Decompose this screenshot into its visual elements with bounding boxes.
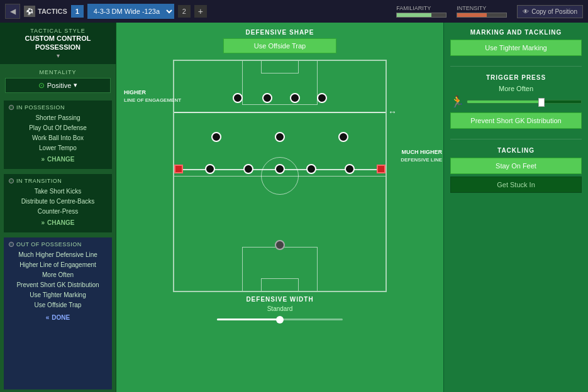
player-dot <box>338 132 348 142</box>
list-item: More Often <box>9 270 107 280</box>
player-dot <box>233 93 243 103</box>
tab-1[interactable]: 1 <box>71 5 84 18</box>
intensity-bar <box>457 13 507 18</box>
stay-on-feet-button[interactable]: Stay On Feet <box>450 158 582 174</box>
marking-tackling-title: MARKING AND TACKLING <box>450 29 582 36</box>
list-item: Much Higher Defensive Line <box>9 250 107 260</box>
top-goal-area <box>261 61 299 74</box>
player-dot <box>345 164 355 174</box>
tactical-style-small-label: TACTICAL STYLE <box>30 28 86 34</box>
tighter-marking-button[interactable]: Use Tighter Marking <box>450 40 582 56</box>
mentality-dropdown[interactable]: ⊙ Positive ▾ <box>5 78 111 93</box>
tactical-style-header[interactable]: TACTICAL STYLE CUSTOM CONTROL POSSESSION… <box>0 23 116 64</box>
intensity-label: INTENSITY <box>457 5 486 11</box>
in-possession-title: ○ IN POSSESSION <box>9 104 107 111</box>
player-dot <box>275 132 285 142</box>
in-transition-dot: ○ <box>9 178 14 183</box>
list-item: Play Out Of Defense <box>9 123 107 133</box>
runner-icon: 🏃 <box>450 95 464 109</box>
list-item: Use Offside Trap <box>9 300 107 310</box>
sidebar: TACTICAL STYLE CUSTOM CONTROL POSSESSION… <box>0 23 116 392</box>
double-chevron-icon: » <box>42 156 45 163</box>
back-button[interactable]: ◀ <box>5 4 20 19</box>
in-possession-label: IN POSSESSION <box>16 104 65 111</box>
out-of-possession-title: ○ OUT OF POSSESSION <box>9 241 107 248</box>
in-transition-section: ○ IN TRANSITION Take Short Kicks Distrib… <box>4 174 112 232</box>
eye-icon: 👁 <box>523 8 529 15</box>
tactical-style-main-label: CUSTOM CONTROL POSSESSION <box>5 34 111 52</box>
trigger-fill <box>467 101 541 103</box>
copy-position-button[interactable]: 👁 Copy of Position <box>517 5 583 18</box>
line-of-engagement: ↔ <box>174 112 386 113</box>
prevent-distribution-button[interactable]: Prevent Short GK Distribution <box>450 112 582 129</box>
defensive-width-value: Standard <box>173 305 387 312</box>
pitch: ↔ Higher LINE OF ENGAGEMENT Much Higher … <box>173 60 387 292</box>
trigger-thumb[interactable] <box>538 98 545 107</box>
defensive-shape-title: DEFENSIVE SHAPE <box>223 29 336 36</box>
mentality-value: Positive <box>47 82 72 89</box>
engagement-label-text: Higher <box>124 89 181 97</box>
defensive-width-section: DEFENSIVE WIDTH Standard <box>173 292 387 324</box>
defensive-line-label: Much Higher DEFENSIVE LINE <box>401 148 442 163</box>
offside-trap-button[interactable]: Use Offside Trap <box>223 38 336 53</box>
top-bar-left: ◀ ⚽ TACTICS 1 4-3-3 DM Wide -123a 2 + <box>5 4 207 19</box>
defensive-width-slider[interactable] <box>173 315 387 324</box>
get-stuck-in-button[interactable]: Get Stuck In <box>450 177 582 193</box>
in-possession-section: ○ IN POSSESSION Shorter Passing Play Out… <box>4 101 112 169</box>
in-possession-change-button[interactable]: » CHANGE <box>9 153 107 165</box>
double-chevron-icon: » <box>42 219 45 226</box>
out-of-possession-dot: ○ <box>9 242 14 247</box>
def-line-label-text: Much Higher <box>401 148 442 156</box>
copy-position-label: Copy of Position <box>531 8 577 15</box>
player-dot <box>243 164 253 174</box>
done-button[interactable]: « DONE <box>9 310 107 325</box>
add-tab-button[interactable]: + <box>194 5 207 18</box>
tactics-text: TACTICS <box>38 8 67 15</box>
slider-fill <box>217 318 280 320</box>
slider-track <box>217 318 343 320</box>
trigger-press-value: More Often <box>450 85 582 92</box>
trigger-press-title: TRIGGER PRESS <box>450 74 582 81</box>
def-line-sublabel-text: DEFENSIVE LINE <box>401 156 442 163</box>
trigger-press-slider[interactable] <box>467 100 582 104</box>
formation-select[interactable]: 4-3-3 DM Wide -123a <box>87 4 174 19</box>
bottom-goal-area <box>261 278 299 291</box>
engagement-arrow-icon: ↔ <box>388 107 397 117</box>
change-label-2: CHANGE <box>47 219 74 226</box>
mentality-icon: ⊙ <box>38 81 45 90</box>
player-dot <box>317 93 327 103</box>
in-transition-change-button[interactable]: » CHANGE <box>9 217 107 229</box>
engagement-sublabel-text: LINE OF ENGAGEMENT <box>124 97 181 104</box>
red-marker-right <box>377 165 386 173</box>
player-dot <box>275 164 285 174</box>
red-marker-left <box>174 165 183 173</box>
trigger-press-slider-row: 🏃 <box>450 95 582 109</box>
done-label: DONE <box>52 314 70 321</box>
list-item: Shorter Passing <box>9 113 107 123</box>
defensive-shape-header: DEFENSIVE SHAPE Use Offside Trap <box>223 23 336 57</box>
tab-2[interactable]: 2 <box>178 5 191 18</box>
player-dot <box>211 132 221 142</box>
top-bar: ◀ ⚽ TACTICS 1 4-3-3 DM Wide -123a 2 + FA… <box>0 0 588 23</box>
player-dot <box>262 93 272 103</box>
main-content: DEFENSIVE SHAPE Use Offside Trap ↔ Highe… <box>116 23 443 392</box>
slider-thumb[interactable] <box>276 316 284 324</box>
player-dot <box>205 164 215 174</box>
center-circle <box>261 157 299 195</box>
list-item: Use Tighter Marking <box>9 290 107 300</box>
intensity-group: INTENSITY <box>457 5 507 18</box>
double-chevron-done-icon: « <box>46 314 50 321</box>
top-bar-right: FAMILIARITY INTENSITY 👁 Copy of Position <box>396 5 583 18</box>
change-label: CHANGE <box>47 156 74 163</box>
out-of-possession-section: ○ OUT OF POSSESSION Much Higher Defensiv… <box>4 237 112 389</box>
divider-2 <box>450 139 582 139</box>
mentality-label: MENTALITY <box>5 69 111 75</box>
chevron-down-icon: ▾ <box>57 52 60 59</box>
list-item: Work Ball Into Box <box>9 133 107 143</box>
mentality-section: MENTALITY ⊙ Positive ▾ <box>0 64 116 98</box>
list-item: Distribute to Centre-Backs <box>9 197 107 207</box>
tackling-section: TACKLING Stay On Feet Get Stuck In <box>450 147 582 195</box>
divider <box>450 66 582 67</box>
list-item: Higher Line of Engagement <box>9 260 107 270</box>
in-possession-dot: ○ <box>9 105 14 110</box>
